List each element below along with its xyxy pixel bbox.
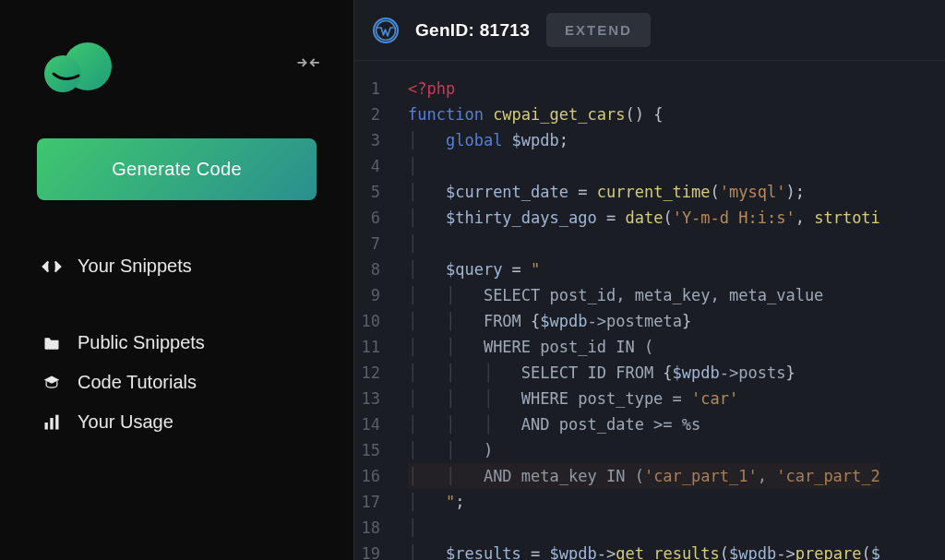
line-number: 12 [354,360,386,386]
code-line[interactable]: │ │ SELECT post_id, meta_key, meta_value [408,282,880,308]
svg-rect-3 [50,418,53,430]
chart-icon [41,413,63,432]
line-number: 9 [354,282,386,308]
svg-rect-2 [45,423,48,430]
nav-label: Your Snippets [78,256,192,277]
line-number: 11 [354,334,386,360]
code-line[interactable]: │ $thirty_days_ago = date('Y-m-d H:i:s',… [408,205,880,231]
code-content[interactable]: <?phpfunction cwpai_get_cars() {│ global… [399,61,880,560]
collapse-sidebar-icon[interactable] [290,48,322,80]
sidebar: Generate Code Your Snippets Public Snipp… [0,0,353,560]
line-number: 19 [354,541,386,560]
code-line[interactable]: │ │ ) [408,437,880,463]
gen-id-label: GenID: 81713 [415,20,530,41]
code-line[interactable]: │ │ │ AND post_date >= %s [408,411,880,437]
line-number: 7 [354,231,386,256]
nav-label: Public Snippets [78,332,205,353]
line-number: 1 [354,76,386,101]
education-icon [41,374,63,392]
nav-label: Your Usage [78,411,173,433]
code-line[interactable]: │ │ │ SELECT ID FROM {$wpdb->posts} [408,360,880,386]
line-number: 13 [354,386,386,411]
extend-button[interactable]: EXTEND [546,13,651,47]
sidebar-item-your-snippets[interactable]: Your Snippets [37,246,317,286]
editor-header: GenID: 81713 EXTEND [354,0,945,61]
line-number: 8 [354,256,386,282]
code-line[interactable]: │ global $wpdb; [408,127,880,153]
line-number: 15 [354,437,386,463]
code-line[interactable]: <?php [408,76,880,101]
code-icon [41,256,63,277]
sidebar-item-public-snippets[interactable]: Public Snippets [37,323,317,363]
main-panel: GenID: 81713 EXTEND 12345678910111213141… [353,0,945,560]
code-line[interactable]: │ │ FROM {$wpdb->postmeta} [408,308,880,334]
line-number: 14 [354,411,386,437]
code-line[interactable]: │ "; [408,489,880,515]
code-line[interactable]: │ $results = $wpdb->get_results($wpdb->p… [408,541,880,560]
folder-icon [41,334,63,352]
code-editor[interactable]: 12345678910111213141516171819 <?phpfunct… [354,61,945,560]
sidebar-item-your-usage[interactable]: Your Usage [37,402,317,442]
generate-code-button[interactable]: Generate Code [37,138,317,200]
line-number: 4 [354,153,386,179]
code-line[interactable]: function cwpai_get_cars() { [408,101,880,127]
code-line[interactable]: │ $query = " [408,256,880,282]
code-line[interactable]: │ [408,231,880,256]
code-line[interactable]: │ │ │ WHERE post_type = 'car' [408,386,880,411]
line-number: 3 [354,127,386,153]
code-line[interactable]: │ $current_date = current_time('mysql'); [408,179,880,205]
line-number: 18 [354,515,386,541]
line-number: 2 [354,101,386,127]
wordpress-icon [373,18,399,43]
nav-label: Code Tutorials [78,372,197,393]
line-gutter: 12345678910111213141516171819 [354,61,399,560]
code-line[interactable]: │ │ AND meta_key IN ('car_part_1', 'car_… [408,463,880,489]
line-number: 5 [354,179,386,205]
line-number: 10 [354,308,386,334]
code-line[interactable]: │ [408,515,880,541]
code-line[interactable]: │ │ WHERE post_id IN ( [408,334,880,360]
line-number: 17 [354,489,386,515]
svg-point-1 [44,55,81,92]
logo-row [37,37,317,92]
svg-rect-4 [55,414,58,429]
app-logo [37,37,120,92]
line-number: 16 [354,463,386,489]
sidebar-item-code-tutorials[interactable]: Code Tutorials [37,363,317,402]
line-number: 6 [354,205,386,231]
code-line[interactable]: │ [408,153,880,179]
